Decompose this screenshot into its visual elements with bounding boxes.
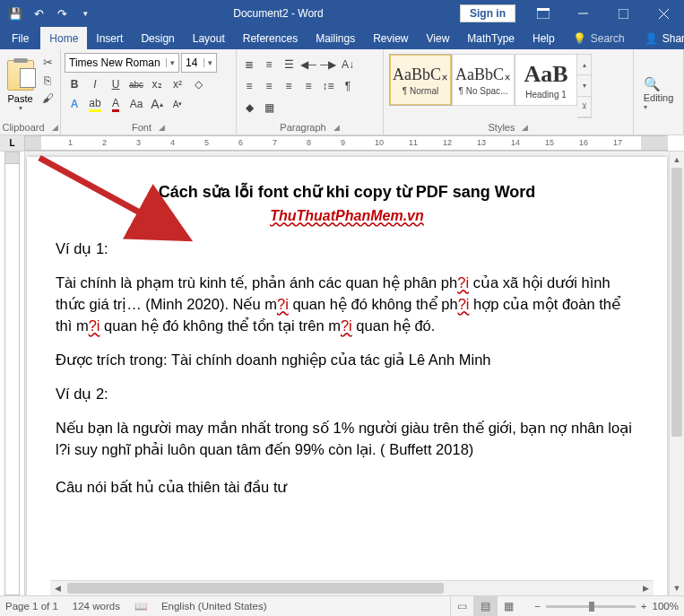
title-bar: 💾 ↶ ↷ ▾ Document2 - Word Sign in (0, 0, 684, 27)
copy-icon[interactable]: ⎘ (39, 72, 56, 88)
print-layout-icon[interactable]: ▤ (473, 596, 497, 616)
ribbon-tabs: File Home Insert Design Layout Reference… (0, 27, 684, 49)
font-name-combo[interactable]: Times New Roman▾ (65, 53, 179, 73)
change-case-button[interactable]: Aa (126, 95, 146, 113)
font-dialog-launcher[interactable]: ◢ (159, 123, 165, 132)
tab-mathtype[interactable]: MathType (458, 27, 524, 49)
align-left-button[interactable]: ≡ (240, 77, 258, 95)
tab-design[interactable]: Design (132, 27, 183, 49)
strike-button[interactable]: abc (126, 75, 146, 93)
redo-icon[interactable]: ↷ (50, 2, 74, 25)
superscript-button[interactable]: x² (168, 75, 187, 93)
show-marks-button[interactable]: ¶ (339, 77, 357, 95)
save-icon[interactable]: 💾 (4, 2, 27, 25)
page-indicator[interactable]: Page 1 of 1 (5, 601, 58, 612)
align-center-button[interactable]: ≡ (260, 77, 278, 95)
paragraph-dialog-launcher[interactable]: ◢ (333, 123, 340, 132)
clipboard-dialog-launcher[interactable]: ◢ (52, 123, 58, 132)
bullets-button[interactable]: ≣ (240, 56, 258, 74)
tab-references[interactable]: References (234, 27, 307, 49)
hscroll-thumb[interactable] (67, 583, 444, 594)
tab-view[interactable]: View (418, 27, 459, 49)
minimize-button[interactable] (563, 1, 603, 27)
paste-button[interactable]: Paste ▾ (4, 52, 37, 120)
web-layout-icon[interactable]: ▦ (497, 596, 520, 616)
font-color-button[interactable]: A (106, 95, 126, 113)
tab-help[interactable]: Help (524, 27, 564, 49)
numbering-button[interactable]: ≡ (260, 56, 278, 74)
style-normal[interactable]: AaBbCₓ ¶ Normal (389, 54, 452, 106)
scroll-right-icon[interactable]: ▶ (638, 581, 654, 595)
styles-dialog-launcher[interactable]: ◢ (522, 123, 528, 132)
sign-in-button[interactable]: Sign in (460, 4, 515, 22)
language-indicator[interactable]: English (United States) (161, 601, 267, 612)
tab-insert[interactable]: Insert (87, 27, 132, 49)
format-painter-icon[interactable]: 🖌 (39, 90, 56, 106)
zoom-controls: − + 100% (534, 601, 679, 612)
style-heading1[interactable]: AaB Heading 1 (515, 54, 577, 106)
scroll-down-icon[interactable]: ▼ (670, 580, 684, 595)
align-right-button[interactable]: ≡ (280, 77, 298, 95)
tab-mailings[interactable]: Mailings (307, 27, 364, 49)
close-button[interactable] (644, 1, 684, 27)
qat-customize-icon[interactable]: ▾ (74, 2, 97, 25)
tell-me-label: Search (591, 32, 625, 45)
font-group-label: Font (132, 122, 152, 133)
scroll-up-icon[interactable]: ▲ (670, 152, 684, 167)
word-count[interactable]: 124 words (73, 601, 120, 612)
decrease-indent-button[interactable]: ◀─ (299, 56, 317, 74)
tell-me-search[interactable]: 💡 Search (564, 27, 634, 49)
font-size-combo[interactable]: 14▾ (181, 53, 217, 73)
sort-button[interactable]: A↓ (339, 56, 357, 74)
shading-button[interactable]: ◆ (240, 99, 258, 117)
vertical-ruler[interactable] (0, 152, 25, 595)
vertical-scrollbar[interactable]: ▲ ▼ (669, 152, 684, 595)
horizontal-scrollbar[interactable]: ◀ ▶ (50, 580, 654, 595)
maximize-button[interactable] (603, 1, 644, 27)
style-no-spacing[interactable]: AaBbCₓ ¶ No Spac... (452, 54, 515, 106)
tab-selector[interactable]: L (0, 135, 25, 151)
scroll-left-icon[interactable]: ◀ (50, 581, 65, 595)
zoom-in-button[interactable]: + (641, 601, 647, 612)
style-preview: AaB (524, 61, 567, 88)
vscroll-thumb[interactable] (671, 168, 682, 437)
underline-button[interactable]: U (106, 75, 126, 93)
cut-icon[interactable]: ✂ (39, 54, 56, 70)
paragraph-group-label: Paragraph (280, 122, 325, 133)
justify-button[interactable]: ≡ (299, 77, 317, 95)
highlight-button[interactable]: ab (85, 95, 105, 113)
style-preview: AaBbCₓ (393, 65, 448, 84)
line-spacing-button[interactable]: ↕≡ (319, 77, 337, 95)
page-container: Cách sửa lỗi font chữ khi copy từ PDF sa… (25, 152, 669, 595)
styles-gallery-more[interactable]: ▴▾⊻ (577, 54, 592, 118)
tab-home[interactable]: Home (40, 27, 87, 49)
subscript-button[interactable]: x₂ (147, 75, 167, 93)
horizontal-ruler[interactable]: L 1234567891011121314151617 (0, 135, 684, 152)
shrink-font-button[interactable]: A▾ (168, 95, 187, 113)
zoom-slider[interactable] (546, 605, 636, 608)
borders-button[interactable]: ▦ (260, 99, 278, 117)
undo-icon[interactable]: ↶ (27, 2, 50, 25)
editing-button[interactable]: 🔍 Editing ▾ (644, 73, 674, 115)
tab-review[interactable]: Review (364, 27, 417, 49)
spell-check-icon[interactable]: 📖 (134, 600, 147, 612)
page[interactable]: Cách sửa lỗi font chữ khi copy từ PDF sa… (27, 157, 667, 595)
grow-font-button[interactable]: A▴ (147, 95, 167, 113)
text-effects-button[interactable]: A (65, 95, 84, 113)
clear-format-icon[interactable]: ◇ (188, 75, 208, 93)
increase-indent-button[interactable]: ─▶ (319, 56, 337, 74)
italic-button[interactable]: I (85, 75, 105, 93)
status-bar: Page 1 of 1 124 words 📖 English (United … (0, 595, 684, 616)
group-editing: 🔍 Editing ▾ (634, 49, 684, 134)
zoom-out-button[interactable]: − (534, 601, 541, 612)
group-styles: AaBbCₓ ¶ Normal AaBbCₓ ¶ No Spac... AaB … (384, 49, 634, 134)
tab-layout[interactable]: Layout (184, 27, 234, 49)
tab-file[interactable]: File (0, 27, 40, 49)
zoom-level[interactable]: 100% (653, 601, 679, 612)
ribbon-display-icon[interactable] (523, 1, 563, 27)
share-button[interactable]: 👤 Share (634, 27, 684, 49)
bold-button[interactable]: B (65, 75, 84, 93)
paste-label: Paste (7, 93, 32, 104)
multilevel-button[interactable]: ☰ (280, 56, 298, 74)
read-mode-icon[interactable]: ▭ (450, 596, 473, 616)
